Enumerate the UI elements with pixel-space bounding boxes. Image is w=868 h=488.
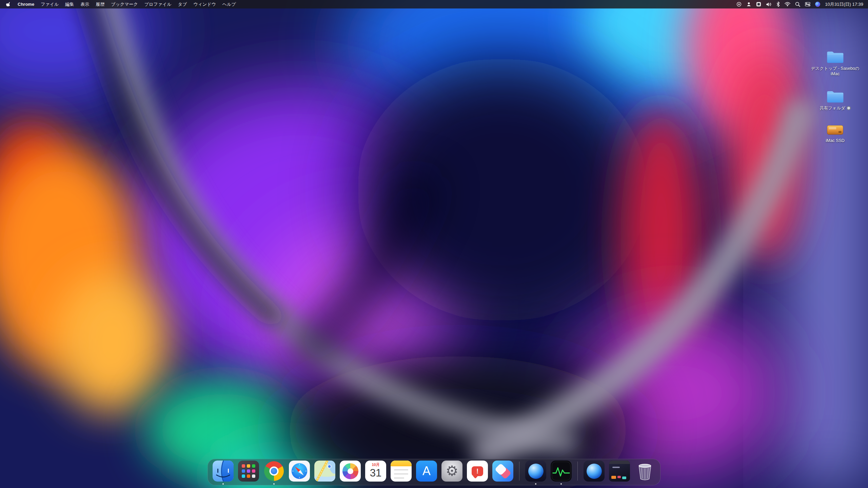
desktop-icon-shared-folder[interactable]: 共有フォルダ [808,90,862,111]
dock-item-report-alert-app[interactable]: ! [467,461,488,482]
control-center-icon[interactable] [805,2,810,6]
shared-folder-badge-icon [847,106,851,110]
folder-icon [826,50,844,64]
dock-item-app-store[interactable]: A [416,461,437,482]
volume-icon[interactable] [766,2,772,7]
blue-sphere-app-icon [525,461,546,482]
menu-clock[interactable]: 10月31日(日) 17:39 [825,1,863,7]
dock-item-blue-sphere-app-2[interactable] [584,461,605,482]
calendar-month: 10月 [372,463,379,467]
notes-icon [391,461,412,482]
menu-profile[interactable]: プロファイル [144,1,172,7]
dock-item-safari[interactable] [289,461,310,482]
bluetooth-icon[interactable] [776,2,780,7]
desktop-icon-label: iMac SSD [826,138,845,143]
desktop-icon-imac-ssd[interactable]: iMac SSD [808,124,862,143]
wifi-icon[interactable] [785,2,790,6]
menu-bar: Chrome ファイル 編集 表示 履歴 ブックマーク プロファイル タブ ウィ… [0,0,868,8]
menu-history[interactable]: 履歴 [96,1,104,7]
shortcuts-icon [492,461,513,482]
system-settings-icon: ⚙ [441,461,462,482]
app-store-icon: A [416,461,437,482]
menu-window[interactable]: ウィンドウ [193,1,216,7]
blue-sphere-app-icon [584,461,605,482]
desktop-wallpaper[interactable] [0,0,868,488]
dock-item-minimized-window[interactable] [609,461,630,482]
dock-item-maps[interactable] [314,461,335,482]
minimized-window-thumbnail [609,461,630,482]
dock-item-chrome[interactable] [263,461,284,482]
dock-item-blue-sphere-app[interactable] [525,461,546,482]
maps-icon [314,461,335,482]
input-source-icon[interactable] [756,2,761,7]
photos-icon [340,461,361,482]
desktop-icon-label: デスクトップ - SaseboのiMac [810,66,860,77]
drive-icon [826,124,844,136]
launchpad-icon [238,461,259,482]
desktop-icon-column: デスクトップ - SaseboのiMac 共有フォルダ iMac SSD [808,50,862,143]
menu-tab[interactable]: タブ [178,1,187,7]
dock-item-photos[interactable] [340,461,361,482]
dock-item-shortcuts[interactable] [492,461,513,482]
folder-icon [826,90,844,104]
activity-graph-app-icon [551,461,572,482]
menu-help[interactable]: ヘルプ [222,1,236,7]
desktop-icon-label: 共有フォルダ [820,105,851,111]
calendar-day: 31 [370,468,381,478]
dock-item-finder[interactable] [213,461,234,482]
dock-separator [577,462,578,481]
safari-icon [289,461,310,482]
dock-item-launchpad[interactable] [238,461,259,482]
user-switch-icon[interactable] [746,2,751,7]
dock-item-calendar[interactable]: 10月 31 [365,461,386,482]
dock-separator [519,462,519,481]
dock-item-activity-graph-app[interactable] [551,461,572,482]
apple-menu[interactable] [6,2,11,7]
spotlight-icon[interactable] [795,2,800,7]
menu-edit[interactable]: 編集 [65,1,74,7]
dock-item-trash[interactable] [634,461,655,482]
menu-file[interactable]: ファイル [41,1,59,7]
dock: 10月 31 A ⚙ ! [208,459,660,485]
dock-item-system-settings[interactable]: ⚙ [441,461,462,482]
siri-icon[interactable] [815,2,820,7]
finder-icon [213,461,234,482]
menu-view[interactable]: 表示 [80,1,89,7]
chrome-icon [263,461,284,482]
menu-app-name[interactable]: Chrome [18,2,34,7]
apple-logo-icon [6,2,11,7]
alert-app-icon: ! [467,461,488,482]
screen-mirroring-icon[interactable] [736,2,742,7]
trash-icon [634,461,655,482]
dock-item-notes[interactable] [391,461,412,482]
desktop-icon-desktop-folder[interactable]: デスクトップ - SaseboのiMac [808,50,862,77]
calendar-icon: 10月 31 [365,461,386,482]
menu-bookmarks[interactable]: ブックマーク [111,1,138,7]
